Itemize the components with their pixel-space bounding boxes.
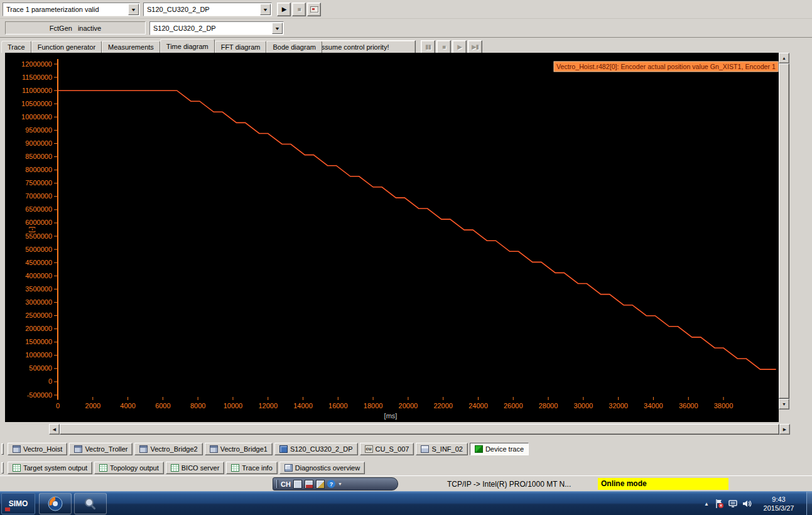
scroll-up-button[interactable]: ▲ xyxy=(779,53,789,63)
device-tab-device-trace[interactable]: Device trace xyxy=(470,443,529,455)
fctgen-label: FctGen xyxy=(50,24,72,32)
output-tabs: Target system outputTopology outputBICO … xyxy=(0,460,812,475)
svg-text:36000: 36000 xyxy=(679,402,698,409)
simotion-logo: SIMO xyxy=(9,499,28,508)
svg-text:2000: 2000 xyxy=(85,402,100,409)
svg-text:38000: 38000 xyxy=(714,402,734,409)
clock-date: 2015/3/27 xyxy=(754,504,804,512)
output-tab-trace-info[interactable]: Trace info xyxy=(226,462,278,474)
drive-icon xyxy=(210,445,218,453)
app-taskbar-icon-1[interactable] xyxy=(39,493,72,514)
toolbar-grip-handle[interactable] xyxy=(1,443,4,455)
ime-mode-icon[interactable] xyxy=(305,480,313,489)
device-tab-label: S120_CU320_2_DP xyxy=(290,445,353,453)
fctgen-device-combo[interactable]: S120_CU320_2_DP ▼ xyxy=(149,21,284,35)
diagram-tabs: TraceFunction generatorMeasurementsTime … xyxy=(0,39,812,53)
table-icon xyxy=(99,464,107,472)
stop-icon: ■ xyxy=(297,6,300,13)
svg-text:26000: 26000 xyxy=(504,402,523,409)
action-center-flag-icon[interactable] xyxy=(712,492,726,515)
show-desktop-button[interactable] xyxy=(806,492,812,515)
trace-status-combo[interactable]: Trace 1 parameterization valid ▼ xyxy=(3,3,140,16)
stop-trace-button[interactable]: ■ xyxy=(292,3,306,16)
down-arrow-icon: ▼ xyxy=(782,402,786,406)
output-tab-label: Target system output xyxy=(23,464,87,472)
scout-app-icon xyxy=(47,496,63,512)
device-tab-vectro-troller[interactable]: Vectro_Troller xyxy=(69,443,133,455)
up-arrow-icon: ▲ xyxy=(782,56,786,60)
handwriting-icon[interactable] xyxy=(316,480,325,489)
tray-expand-icon[interactable]: ▲ xyxy=(701,501,712,507)
device-tab-vectro-bridge2[interactable]: Vectro_Bridge2 xyxy=(134,443,202,455)
chevron-down-icon[interactable]: ▼ xyxy=(128,4,139,15)
output-tab-diagnostics-overview[interactable]: Diagnostics overview xyxy=(279,462,365,474)
svg-text:500000: 500000 xyxy=(29,364,52,372)
vertical-scrollbar[interactable]: ▲ ▼ xyxy=(779,53,789,409)
trace-display-options-button[interactable] xyxy=(307,3,321,16)
start-trace-button[interactable]: ▶ xyxy=(277,3,291,16)
trace-device-combo[interactable]: S120_CU320_2_DP ▼ xyxy=(143,3,272,16)
app-taskbar-icon-2[interactable] xyxy=(74,493,107,514)
tab-time-diagram[interactable]: Time diagram xyxy=(160,39,215,53)
connection-status: TCP/IP -> Intel(R) PRO/1000 MT N... xyxy=(447,480,571,489)
drive-icon xyxy=(13,445,21,453)
tab-fft-diagram[interactable]: FFT diagram xyxy=(215,41,267,53)
tab-trace[interactable]: Trace xyxy=(1,41,31,53)
svg-text:10500000: 10500000 xyxy=(21,100,52,107)
chart-canvas[interactable]: 1200000011500000110000001050000010000000… xyxy=(5,53,779,422)
trace-icon xyxy=(475,445,483,453)
svg-text:30000: 30000 xyxy=(574,402,593,409)
device-tab-cu-s-007[interactable]: cuCU_S_007 xyxy=(360,443,414,455)
trace-chart[interactable]: 1200000011500000110000001050000010000000… xyxy=(5,53,779,422)
drag-handle-icon[interactable] xyxy=(276,480,278,488)
tab-measurements[interactable]: Measurements xyxy=(102,41,160,53)
infeed-icon xyxy=(421,445,429,453)
scout-taskbar-button[interactable]: SIMO xyxy=(1,493,35,514)
svg-text:0: 0 xyxy=(56,402,60,409)
speaker-icon[interactable] xyxy=(740,492,754,515)
toolbar-grip-handle[interactable] xyxy=(1,462,4,474)
device-tab-vectro-bridge1[interactable]: Vectro_Bridge1 xyxy=(205,443,273,455)
horizontal-scroll-thumb[interactable] xyxy=(60,424,779,435)
y-axis-unit-label: [-] xyxy=(28,227,35,233)
tab-bode-diagram[interactable]: Bode diagram xyxy=(266,41,322,53)
output-tab-topology-output[interactable]: Topology output xyxy=(94,462,164,474)
device-tab-s120-cu320-2-dp[interactable]: S120_CU320_2_DP xyxy=(274,443,358,455)
language-indicator[interactable]: CH xyxy=(281,480,291,488)
device-tab-label: Device trace xyxy=(485,445,524,453)
device-tab-vectro-hoist[interactable]: Vectro_Hoist xyxy=(8,443,67,455)
keyboard-icon[interactable] xyxy=(293,480,302,489)
svg-text:12000: 12000 xyxy=(258,402,278,409)
taskbar-clock[interactable]: 9:43 2015/3/27 xyxy=(754,495,806,512)
vertical-scroll-thumb[interactable] xyxy=(779,63,789,399)
svg-text:10000000: 10000000 xyxy=(21,113,52,121)
output-tab-label: Diagnostics overview xyxy=(295,464,360,472)
chevron-down-icon[interactable]: ▼ xyxy=(260,4,271,15)
help-icon[interactable]: ? xyxy=(327,480,335,488)
svg-text:8500000: 8500000 xyxy=(25,153,52,160)
time-diagram-panel: 1200000011500000110000001050000010000000… xyxy=(0,53,812,435)
svg-text:11500000: 11500000 xyxy=(22,73,52,81)
svg-text:10000: 10000 xyxy=(224,402,243,409)
output-tab-bico-server[interactable]: BICO server xyxy=(166,462,225,474)
svg-text:6000000: 6000000 xyxy=(25,219,52,226)
device-tab-label: Vectro_Troller xyxy=(85,445,127,453)
svg-text:32000: 32000 xyxy=(609,402,628,409)
scroll-left-button[interactable]: ◀ xyxy=(49,424,60,435)
tab-function-generator[interactable]: Function generator xyxy=(31,41,102,53)
online-mode-label: Online mode xyxy=(601,479,647,488)
language-bar[interactable]: CH ? ▼ xyxy=(273,477,398,491)
network-icon[interactable] xyxy=(726,492,740,515)
output-tab-target-system-output[interactable]: Target system output xyxy=(8,462,92,474)
chevron-down-icon[interactable]: ▼ xyxy=(272,23,283,34)
scroll-down-button[interactable]: ▼ xyxy=(779,399,789,409)
device-tab-s-inf-02[interactable]: S_INF_02 xyxy=(416,443,468,455)
language-bar-options-icon[interactable]: ▼ xyxy=(338,482,342,486)
svg-text:3000000: 3000000 xyxy=(25,298,52,306)
output-tab-label: Trace info xyxy=(242,464,273,472)
horizontal-scrollbar[interactable]: ◀ ▶ xyxy=(49,424,790,435)
scroll-right-button[interactable]: ▶ xyxy=(779,424,790,435)
status-bar: CH ? ▼ TCP/IP -> Intel(R) PRO/1000 MT N.… xyxy=(0,475,812,491)
online-mode-badge: Online mode xyxy=(598,478,728,490)
svg-text:14000: 14000 xyxy=(293,402,313,409)
